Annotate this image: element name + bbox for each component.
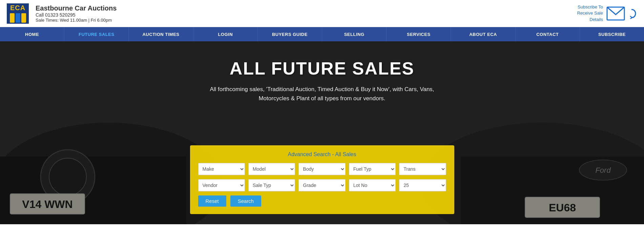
nav-item-home[interactable]: HOME (0, 27, 64, 41)
hero-subtitle: All forthcoming sales, 'Traditional Auct… (207, 85, 437, 103)
hero-content: ALL FUTURE SALES All forthcoming sales, … (0, 41, 644, 103)
sale-type-select[interactable]: Sale Typ (248, 179, 295, 191)
model-select[interactable]: Model (248, 163, 295, 175)
company-name: Eastbourne Car Auctions (36, 4, 117, 12)
logo-area: eca Eastbourne Car Auctions Call 01323 5… (7, 3, 117, 24)
search-panel: Advanced Search - All Sales Make Model B… (190, 145, 454, 214)
make-select[interactable]: Make (198, 163, 245, 175)
trans-select[interactable]: Trans (399, 163, 446, 175)
stripe-3 (21, 13, 26, 23)
subscribe-text[interactable]: Subscribe To Receive Sale Details (577, 4, 603, 23)
arrow-refresh-icon (626, 8, 637, 19)
main-nav: HOME FUTURE SALES AUCTION TIMES LOGIN BU… (0, 27, 644, 41)
nav-item-services[interactable]: SERVICES (387, 27, 451, 41)
subscribe-icon-area[interactable] (606, 6, 637, 21)
nav-item-buyers-guide[interactable]: BUYERS GUIDE (258, 27, 322, 41)
search-panel-title: Advanced Search - All Sales (198, 151, 446, 158)
hero-section: V14 WWN Ford EU68 ALL FUTURE SALES All f… (0, 41, 644, 224)
nav-item-selling[interactable]: SELLING (322, 27, 387, 41)
company-phone: Call 01323 520295 (36, 12, 117, 18)
nav-item-contact[interactable]: CONTACT (516, 27, 580, 41)
fuel-type-select[interactable]: Fuel Typ (349, 163, 396, 175)
search-buttons: Reset Search (198, 195, 446, 207)
search-button[interactable]: Search (230, 195, 262, 207)
logo-stripes (10, 13, 26, 23)
company-times: Sale Times: Wed 11.00am | Fri 6.00pm (36, 18, 117, 23)
hero-title: ALL FUTURE SALES (230, 58, 414, 79)
lot-no-select[interactable]: Lot No (349, 179, 396, 191)
search-row-1: Make Model Body Fuel Typ Trans (198, 163, 446, 175)
logo-text: eca (10, 4, 25, 12)
stripe-2 (16, 13, 20, 23)
nav-item-auction-times[interactable]: AUCTION TIMES (129, 27, 193, 41)
nav-item-future-sales[interactable]: FUTURE SALES (64, 27, 129, 41)
grade-select[interactable]: Grade (298, 179, 345, 191)
per-page-select[interactable]: 25 (399, 179, 446, 191)
nav-item-subscribe[interactable]: SUBSCRIBE (580, 27, 644, 41)
body-select[interactable]: Body (298, 163, 345, 175)
nav-item-about-eca[interactable]: ABOUT ECA (451, 27, 515, 41)
logo-box: eca (7, 3, 29, 24)
header-right: Subscribe To Receive Sale Details (577, 4, 637, 23)
vendor-select[interactable]: Vendor (198, 179, 245, 191)
envelope-icon (606, 6, 625, 21)
stripe-1 (10, 13, 15, 23)
reset-button[interactable]: Reset (198, 195, 226, 207)
site-header: eca Eastbourne Car Auctions Call 01323 5… (0, 0, 644, 27)
company-info: Eastbourne Car Auctions Call 01323 52029… (36, 4, 117, 23)
search-row-2: Vendor Sale Typ Grade Lot No 25 (198, 179, 446, 191)
nav-item-login[interactable]: LOGIN (193, 27, 258, 41)
